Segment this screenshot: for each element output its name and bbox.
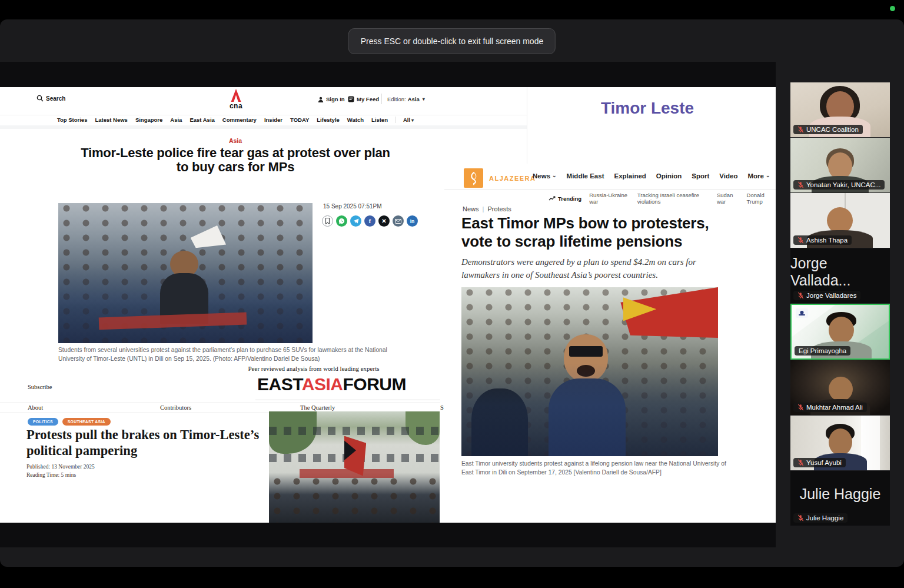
aj-trending-item[interactable]: Russia-Ukraine war [589,192,630,205]
aj-trending-item[interactable]: Sudan war [717,192,739,205]
aj-photo-caption: East Timor university students protest a… [461,460,726,477]
aj-nav-opinion[interactable]: Opinion [656,172,682,180]
cna-article-photo [58,203,313,343]
cna-logo[interactable]: cna [227,89,245,110]
cna-my-feed[interactable]: My Feed [348,96,379,102]
participant-name: Jorge Valladares [806,292,856,299]
cna-nav-item[interactable]: Commentary [222,117,257,123]
cna-nav-item[interactable]: East Asia [190,117,214,123]
avatar [829,377,853,401]
muted-mic-icon [797,514,804,521]
eaf-logo-asia: ASIA [302,374,343,394]
eaf-nav-contributors[interactable]: Contributors [160,404,191,411]
cna-nav-item[interactable]: TODAY [290,117,309,123]
cna-nav-item[interactable]: Asia [170,117,182,123]
trending-icon [549,196,556,201]
eaf-nav-cutoff[interactable]: S [440,404,444,411]
facebook-icon[interactable]: f [364,215,375,227]
bookmark-icon[interactable] [322,215,333,227]
crowd-clothing-tint [461,363,718,456]
aj-nav-more[interactable]: More [747,172,770,180]
slide-title: Timor Leste [553,99,742,118]
muted-mic-icon [797,181,804,188]
participant-tile-jorge-valladares[interactable]: Jorge Vallada... Jorge Valladares [790,248,890,303]
aj-nav-news[interactable]: News [533,172,557,180]
cna-sign-in[interactable]: Sign In [318,96,345,102]
aj-trending-item[interactable]: Tracking Israeli ceasefire violations [637,192,709,205]
participant-display-name: Jorge Vallada... [790,248,890,295]
eaf-logo[interactable]: EASTASIAFORUM [257,374,406,394]
aj-headline: East Timor MPs bow to protesters, vote t… [461,214,738,251]
participant-name: Egi Primayogha [799,347,846,354]
camera-active-indicator [890,6,895,11]
aj-breadcrumb: NewsProtests [463,205,511,212]
tag-politics[interactable]: POLITICS [28,418,58,426]
cna-search[interactable]: Search [36,95,65,102]
participant-name: Ashish Thapa [806,237,848,244]
aj-nav-video[interactable]: Video [719,172,737,180]
cna-share-bar: f ✕ in [322,215,418,227]
linkedin-icon[interactable]: in [407,215,418,227]
user-icon [318,97,324,102]
aj-nav-middle-east[interactable]: Middle East [567,172,604,180]
muted-mic-icon [797,459,804,466]
cna-photo-caption: Students from several universities prote… [58,346,388,364]
aj-breadcrumb-news[interactable]: News [463,205,479,212]
muted-mic-icon [797,292,804,299]
participant-tile-yusuf-ayubi[interactable]: Yusuf Ayubi [790,416,890,470]
eaf-subscribe[interactable]: Subscribe [28,384,52,390]
cna-nav-item[interactable]: Watch [347,117,364,123]
participant-tile-julie-haggie[interactable]: Julie Haggie Julie Haggie [790,471,890,526]
tag-southeast-asia[interactable]: SOUTHEAST ASIA [62,418,111,426]
aj-nav-sport[interactable]: Sport [692,172,709,180]
participant-tile-uncac-coalition[interactable]: UNCAC Coalition [790,82,890,137]
cna-nav-item[interactable]: Lifestyle [317,117,340,123]
email-icon[interactable] [393,215,404,227]
cna-nav-item[interactable]: Latest News [95,117,127,123]
participant-name: UNCAC Coalition [806,126,859,133]
x-icon[interactable]: ✕ [378,215,390,227]
cna-nav-item[interactable]: Top Stories [57,117,88,123]
zoom-window: Press ESC or double-click to exit full s… [0,19,904,567]
aljazeera-logo-text[interactable]: ALJAZEERA [489,175,536,182]
aj-nav-explained[interactable]: Explained [614,172,646,180]
muted-mic-icon [797,404,804,411]
aj-breadcrumb-protests[interactable]: Protests [487,205,511,212]
eaf-article-photo [269,411,440,523]
participant-tile-mukhtar-ahmad-ali[interactable]: Mukhtar Ahmad Ali [790,360,890,415]
cna-category[interactable]: Asia [0,137,471,144]
participant-tile-yonatan-yakir[interactable]: Yonatan Yakir, UNCAC... [790,138,890,192]
building-windows [269,427,440,435]
cna-my-feed-label: My Feed [357,96,379,102]
whatsapp-icon[interactable] [336,215,347,227]
cna-search-label: Search [46,95,65,102]
participant-tile-ashish-thapa[interactable]: Ashish Thapa [790,193,890,248]
eaf-tags: POLITICS SOUTHEAST ASIA [28,418,111,426]
eaf-logo-east: EAST [257,374,302,394]
eaf-headline: Protests pull the brakes on Timor-Leste’… [26,427,274,459]
breadcrumb-separator [479,205,488,212]
eaf-reading-time: Reading Time: 5 mins [26,471,95,479]
cna-nav-strip [0,125,527,129]
search-icon [36,95,44,102]
eaf-logo-forum: FORUM [343,374,406,394]
participant-display-name: Julie Haggie [790,471,890,517]
eaf-nav-quarterly[interactable]: The Quarterly [300,404,335,411]
eaf-nav-about[interactable]: About [28,404,43,411]
cna-timestamp: 15 Sep 2025 07:51PM [323,203,382,210]
telegram-icon[interactable] [350,215,361,227]
cna-edition-select[interactable]: Edition: Asia [387,96,425,102]
screenshare-stage: Search cna Sign In My Feed Edition: [0,62,776,547]
aj-trending-bar: Trending Russia-Ukraine war Tracking Isr… [549,192,776,205]
participant-tile-egi-primayogha-active-speaker[interactable]: Egi Primayogha [790,304,890,360]
presentation-slide: Search cna Sign In My Feed Edition: [0,87,776,523]
eaf-tagline: Peer reviewed analysis from world leadin… [234,365,393,372]
cna-nav-item[interactable]: Insider [264,117,282,123]
participant-name: Julie Haggie [806,514,843,521]
cna-nav-item[interactable]: Singapore [135,117,162,123]
aj-trending-item[interactable]: Donald Trump [747,192,776,205]
cna-nav-item[interactable]: Listen [371,117,388,123]
crowd-texture [269,476,440,523]
cna-nav-item-all[interactable]: All [396,117,414,123]
aljazeera-logo-icon[interactable] [464,168,483,188]
